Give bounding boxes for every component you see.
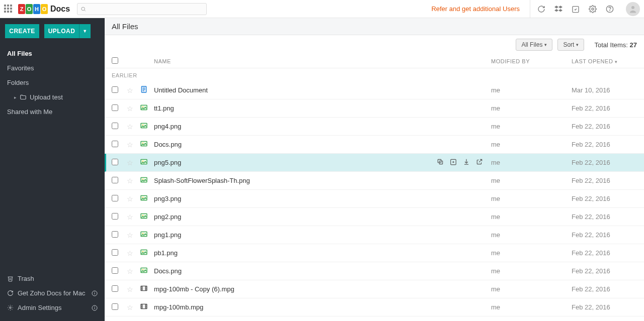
- column-modified[interactable]: MODIFIED BY: [491, 58, 572, 64]
- row-checkbox[interactable]: [112, 267, 118, 274]
- sidebar-item-folders[interactable]: Folders: [0, 75, 105, 90]
- search-input-wrap[interactable]: [77, 3, 207, 15]
- modified-by: me: [491, 195, 500, 202]
- row-checkbox[interactable]: [112, 123, 118, 129]
- sidebar-item-all-files[interactable]: All Files: [0, 46, 105, 61]
- star-icon[interactable]: ☆: [127, 141, 133, 149]
- star-icon[interactable]: ☆: [127, 195, 133, 203]
- table-row[interactable]: ☆Docs.pngmeFeb 22, 2016: [105, 136, 644, 154]
- table-row[interactable]: ☆pb1.pngmeFeb 22, 2016: [105, 244, 644, 262]
- table-row[interactable]: ☆Untitled DocumentmeMar 10, 2016: [105, 81, 644, 99]
- star-icon[interactable]: ☆: [127, 231, 133, 239]
- star-icon[interactable]: ☆: [127, 285, 133, 293]
- help-icon[interactable]: [606, 5, 614, 13]
- star-icon[interactable]: ☆: [127, 86, 133, 94]
- file-type-icon: [140, 140, 148, 148]
- total-items: Total Items: 27: [594, 41, 637, 49]
- star-icon[interactable]: ☆: [127, 249, 133, 257]
- filter-dropdown[interactable]: All Files ▾: [516, 39, 552, 51]
- sidebar-trash[interactable]: Trash: [0, 271, 105, 286]
- svg-point-86: [141, 305, 142, 305]
- svg-point-88: [141, 307, 142, 308]
- last-opened: Feb 22, 2016: [572, 141, 610, 148]
- table-row[interactable]: ☆png2.pngmeFeb 22, 2016: [105, 208, 644, 226]
- sidebar-item-shared[interactable]: Shared with Me: [0, 104, 105, 119]
- svg-point-6: [631, 6, 634, 9]
- table-row[interactable]: ☆png4.pngmeFeb 22, 2016: [105, 118, 644, 136]
- row-checkbox[interactable]: [112, 177, 118, 183]
- copy-icon[interactable]: [437, 158, 444, 167]
- row-checkbox[interactable]: [112, 285, 118, 292]
- file-type-icon: [140, 194, 148, 202]
- row-checkbox[interactable]: [112, 159, 118, 165]
- svg-point-62: [142, 251, 143, 252]
- svg-point-47: [142, 197, 143, 198]
- gear-icon: [7, 304, 14, 311]
- star-icon[interactable]: ☆: [127, 123, 133, 131]
- last-opened: Feb 22, 2016: [572, 177, 610, 184]
- file-name: Splash-SoftFlowerSplash-Th.png: [154, 177, 250, 184]
- upload-button[interactable]: UPLOAD: [44, 24, 79, 38]
- row-checkbox[interactable]: [112, 249, 118, 256]
- sync-icon[interactable]: [537, 5, 545, 13]
- row-checkbox[interactable]: [112, 104, 118, 111]
- row-checkbox[interactable]: [112, 141, 118, 147]
- upload-dropdown-button[interactable]: ▼: [79, 24, 91, 38]
- modified-by: me: [491, 303, 500, 311]
- download-icon[interactable]: [463, 158, 470, 167]
- star-icon[interactable]: ☆: [127, 213, 133, 221]
- svg-point-9: [95, 292, 95, 292]
- svg-line-1: [85, 10, 86, 11]
- table-row[interactable]: ☆png3.pngmeFeb 22, 2016: [105, 190, 644, 208]
- star-icon[interactable]: ☆: [127, 267, 133, 275]
- chevron-down-icon: ▼: [83, 29, 87, 34]
- column-last-opened[interactable]: LAST OPENED ▾: [572, 58, 637, 64]
- row-checkbox[interactable]: [112, 86, 118, 93]
- last-opened: Feb 22, 2016: [572, 285, 610, 293]
- tasks-icon[interactable]: [572, 5, 580, 13]
- avatar[interactable]: [626, 2, 640, 16]
- row-checkbox[interactable]: [112, 303, 118, 310]
- file-type-icon: [140, 85, 148, 93]
- sidebar-get-mac[interactable]: Get Zoho Docs for Mac: [0, 286, 105, 300]
- task-add-icon[interactable]: [450, 158, 457, 167]
- create-button[interactable]: CREATE: [5, 24, 39, 38]
- sidebar-admin[interactable]: Admin Settings: [0, 300, 105, 315]
- topbar: ZOHO Docs Refer and get additional Users: [0, 0, 644, 18]
- sidebar-item-favorites[interactable]: Favorites: [0, 61, 105, 75]
- app-switcher-icon[interactable]: [4, 5, 13, 14]
- zoho-docs-logo[interactable]: ZOHO Docs: [18, 4, 70, 14]
- row-checkbox[interactable]: [112, 213, 118, 220]
- last-opened: Feb 22, 2016: [572, 123, 610, 130]
- select-all-checkbox[interactable]: [112, 57, 118, 64]
- table-row[interactable]: ☆mpg-100mb.mpgmeFeb 22, 2016: [105, 298, 644, 316]
- sort-dropdown[interactable]: Sort ▾: [557, 39, 584, 51]
- table-row[interactable]: ☆Docs.pngmeFeb 22, 2016: [105, 262, 644, 280]
- file-type-icon: [140, 230, 148, 238]
- last-opened: Feb 22, 2016: [572, 249, 610, 257]
- row-checkbox[interactable]: [112, 195, 118, 201]
- star-icon[interactable]: ☆: [127, 159, 133, 167]
- svg-point-90: [146, 306, 146, 307]
- table-row[interactable]: ☆png5.pngmeFeb 22, 2016: [105, 154, 644, 172]
- table-row[interactable]: ☆png1.pngmeFeb 22, 2016: [105, 226, 644, 244]
- refer-link[interactable]: Refer and get additional Users: [431, 5, 520, 13]
- svg-point-87: [141, 306, 142, 307]
- sidebar-get-mac-label: Get Zoho Docs for Mac: [18, 289, 85, 297]
- file-rows: ☆Untitled DocumentmeMar 10, 2016☆tt1.png…: [105, 81, 644, 316]
- open-external-icon[interactable]: [476, 158, 483, 167]
- settings-icon[interactable]: [589, 5, 597, 13]
- row-checkbox[interactable]: [112, 231, 118, 238]
- svg-point-79: [146, 289, 146, 290]
- svg-point-0: [82, 7, 85, 11]
- star-icon[interactable]: ☆: [127, 177, 133, 185]
- search-input[interactable]: [88, 6, 203, 13]
- sidebar-folder-upload-test[interactable]: ▸ Upload test: [0, 90, 105, 104]
- dropbox-icon[interactable]: [554, 5, 562, 13]
- table-row[interactable]: ☆mpg-100mb - Copy (6).mpgmeFeb 22, 2016: [105, 280, 644, 298]
- star-icon[interactable]: ☆: [127, 303, 133, 311]
- table-row[interactable]: ☆Splash-SoftFlowerSplash-Th.pngmeFeb 22,…: [105, 172, 644, 190]
- column-name[interactable]: NAME: [154, 58, 491, 64]
- star-icon[interactable]: ☆: [127, 104, 133, 113]
- table-row[interactable]: ☆tt1.pngmeFeb 22, 2016: [105, 99, 644, 118]
